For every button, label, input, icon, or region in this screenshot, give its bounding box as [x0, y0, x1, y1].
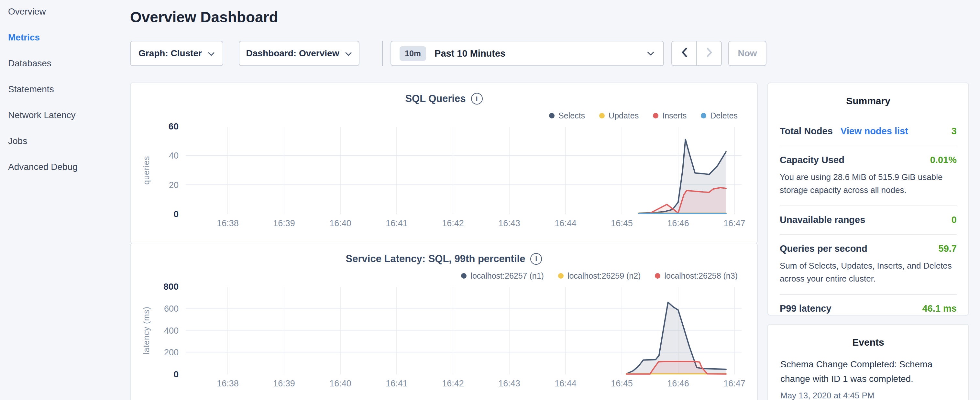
divider [382, 41, 383, 66]
event-item: Schema Change Completed: Schema change w… [780, 357, 956, 400]
page-title: Overview Dashboard [130, 8, 278, 26]
sidebar: OverviewMetricsDatabasesStatementsNetwor… [0, 0, 129, 400]
chevron-down-icon [646, 48, 655, 59]
event-timestamp: May 13, 2020 at 4:45 PM [780, 390, 956, 400]
events-list: Schema Change Completed: Schema change w… [780, 357, 956, 400]
summary-row: Unavailable ranges0 [780, 206, 957, 234]
dashboard-dropdown[interactable]: Dashboard: Overview [239, 41, 360, 66]
chevron-down-icon [345, 48, 352, 59]
svg-text:16:45: 16:45 [611, 218, 633, 228]
sql-queries-chart-card: SQL QueriesiSelectsUpdatesInsertsDeletes… [130, 83, 758, 244]
summary-row: Capacity Used0.01%You are using 28.6 MiB… [780, 146, 957, 206]
sidebar-item-databases[interactable]: Databases [8, 58, 129, 69]
chart-plot-area[interactable]: 16:3816:3916:4016:4116:4216:4316:4416:45… [131, 83, 757, 235]
svg-text:800: 800 [163, 282, 178, 292]
time-range-badge: 10m [399, 46, 426, 61]
view-nodes-list-link[interactable]: View nodes list [840, 126, 908, 137]
svg-text:16:39: 16:39 [273, 218, 295, 228]
svg-text:16:44: 16:44 [555, 379, 576, 388]
chevron-down-icon [208, 48, 215, 59]
svg-text:16:38: 16:38 [217, 379, 239, 388]
svg-text:16:47: 16:47 [724, 218, 745, 228]
svg-text:16:43: 16:43 [498, 218, 520, 228]
svg-text:latency (ms): latency (ms) [142, 306, 151, 354]
svg-text:16:43: 16:43 [498, 379, 520, 388]
summary-row-value: 59.7 [939, 243, 957, 254]
sidebar-item-advanced-debug[interactable]: Advanced Debug [8, 162, 129, 173]
sidebar-item-overview[interactable]: Overview [8, 6, 129, 18]
svg-text:16:41: 16:41 [386, 379, 408, 388]
summary-row-description: You are using 28.6 MiB of 515.9 GiB usab… [780, 171, 957, 196]
events-panel: Events Schema Change Completed: Schema c… [767, 324, 969, 400]
svg-text:16:39: 16:39 [273, 379, 295, 388]
controls-bar: Graph: Cluster Dashboard: Overview 10m P… [130, 41, 767, 66]
svg-text:20: 20 [169, 180, 178, 190]
svg-text:400: 400 [164, 326, 178, 336]
summary-panel: Summary Total NodesView nodes list3Capac… [767, 83, 969, 316]
sidebar-item-jobs[interactable]: Jobs [8, 136, 129, 147]
summary-row-label: P99 latency [780, 303, 832, 314]
svg-text:200: 200 [164, 347, 178, 357]
svg-text:16:46: 16:46 [667, 218, 689, 228]
svg-text:16:41: 16:41 [386, 218, 408, 228]
sidebar-item-statements[interactable]: Statements [8, 84, 129, 95]
svg-text:16:40: 16:40 [329, 379, 352, 388]
summary-row-value: 46.1 ms [923, 303, 957, 314]
svg-text:queries: queries [142, 156, 151, 185]
svg-text:16:42: 16:42 [442, 218, 464, 228]
summary-row-value: 0 [951, 215, 957, 225]
time-pager [671, 41, 722, 66]
svg-text:40: 40 [169, 151, 178, 161]
service-latency-chart-card: Service Latency: SQL, 99th percentileilo… [130, 243, 758, 400]
summary-rows: Total NodesView nodes list3Capacity Used… [780, 118, 957, 323]
summary-row: Queries per second59.7Sum of Selects, Up… [780, 234, 957, 294]
chart-plot-area[interactable]: 16:3816:3916:4016:4116:4216:4316:4416:45… [131, 243, 757, 395]
summary-row-label: Total Nodes [780, 126, 833, 137]
svg-text:0: 0 [173, 209, 178, 219]
svg-text:16:40: 16:40 [329, 218, 352, 228]
events-title: Events [768, 325, 968, 348]
summary-row-value: 3 [951, 126, 957, 137]
svg-text:16:45: 16:45 [611, 379, 633, 388]
summary-row: P99 latency46.1 ms [780, 294, 957, 323]
summary-row-value: 0.01% [930, 155, 957, 166]
now-button[interactable]: Now [728, 41, 767, 66]
svg-text:600: 600 [164, 304, 178, 314]
sidebar-item-network-latency[interactable]: Network Latency [8, 110, 129, 121]
time-forward-button[interactable] [696, 41, 722, 66]
svg-text:16:44: 16:44 [555, 218, 576, 228]
time-back-button[interactable] [671, 41, 697, 66]
svg-text:16:38: 16:38 [217, 218, 239, 228]
svg-text:16:42: 16:42 [442, 379, 464, 388]
chevron-left-icon [681, 47, 687, 60]
summary-row-label: Capacity Used [780, 155, 845, 166]
svg-text:60: 60 [169, 121, 178, 131]
svg-text:0: 0 [173, 369, 178, 379]
time-range-label: Past 10 Minutes [434, 48, 505, 59]
chevron-right-icon [706, 47, 713, 60]
dashboard-dropdown-label: Dashboard: Overview [246, 48, 339, 59]
svg-text:16:46: 16:46 [667, 379, 689, 388]
summary-row-label: Unavailable ranges [780, 215, 865, 225]
sidebar-item-metrics[interactable]: Metrics [8, 32, 129, 43]
time-range-picker[interactable]: 10m Past 10 Minutes [390, 41, 664, 66]
summary-title: Summary [768, 83, 968, 107]
summary-row-description: Sum of Selects, Updates, Inserts, and De… [780, 259, 957, 285]
summary-row-label: Queries per second [780, 243, 867, 254]
summary-row: Total NodesView nodes list3 [780, 118, 957, 146]
graph-dropdown-label: Graph: Cluster [138, 48, 202, 59]
svg-text:16:47: 16:47 [724, 379, 745, 388]
event-message: Schema Change Completed: Schema change w… [780, 357, 956, 386]
graph-dropdown[interactable]: Graph: Cluster [130, 41, 223, 66]
